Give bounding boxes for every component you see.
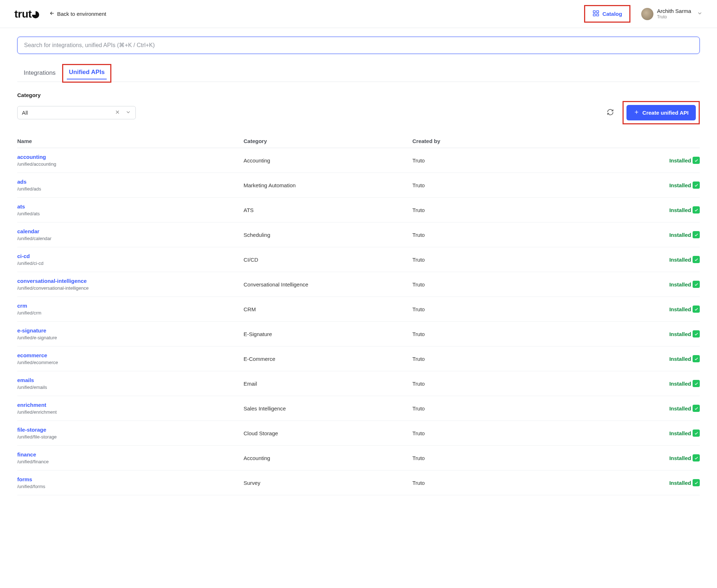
row-created-by: Truto — [412, 331, 592, 337]
status-badge: Installed — [669, 231, 700, 238]
status-badge: Installed — [669, 405, 700, 412]
refresh-button[interactable] — [607, 109, 614, 117]
row-path: /unified/calendar — [17, 236, 236, 241]
row-path: /unified/forms — [17, 484, 236, 489]
row-created-by: Truto — [412, 480, 592, 486]
back-to-environment-link[interactable]: Back to environment — [49, 10, 106, 17]
table-row: file-storage/unified/file-storageCloud S… — [17, 421, 700, 446]
row-name-link[interactable]: conversational-intelligence — [17, 278, 236, 284]
status-badge: Installed — [669, 454, 700, 461]
table-row: crm/unified/crmCRMTrutoInstalled — [17, 297, 700, 322]
row-created-by: Truto — [412, 157, 592, 164]
row-name-link[interactable]: accounting — [17, 154, 236, 160]
row-name-link[interactable]: ats — [17, 203, 236, 210]
row-category: Marketing Automation — [244, 182, 412, 188]
tab-unified-apis[interactable]: Unified APIs — [67, 67, 107, 79]
row-name-link[interactable]: e-signature — [17, 327, 236, 334]
table-row: calendar/unified/calendarSchedulingTruto… — [17, 222, 700, 247]
row-path: /unified/ecommerce — [17, 360, 236, 365]
row-category: Sales Intelligence — [244, 405, 412, 412]
user-name: Archith Sarma — [657, 8, 691, 14]
row-category: CI/CD — [244, 257, 412, 263]
row-path: /unified/emails — [17, 385, 236, 390]
back-label: Back to environment — [57, 11, 106, 17]
grid-icon — [592, 10, 600, 18]
tab-integrations[interactable]: Integrations — [17, 66, 62, 82]
row-created-by: Truto — [412, 257, 592, 263]
logo-mark — [32, 11, 39, 18]
col-header-status — [592, 138, 700, 144]
table-row: conversational-intelligence/unified/conv… — [17, 272, 700, 297]
row-name-link[interactable]: enrichment — [17, 402, 236, 408]
table-row: ads/unified/adsMarketing AutomationTruto… — [17, 173, 700, 198]
avatar — [641, 8, 653, 20]
check-icon — [693, 256, 700, 263]
row-created-by: Truto — [412, 430, 592, 436]
tabs: Integrations Unified APIs — [17, 64, 700, 82]
row-name-link[interactable]: emails — [17, 377, 236, 383]
svg-rect-2 — [593, 14, 595, 16]
table-row: ecommerce/unified/ecommerceE-CommerceTru… — [17, 346, 700, 371]
create-unified-api-button[interactable]: Create unified API — [626, 105, 696, 120]
plus-icon — [634, 109, 639, 116]
check-icon — [693, 306, 700, 313]
table-row: ci-cd/unified/ci-cdCI/CDTrutoInstalled — [17, 247, 700, 272]
status-badge: Installed — [669, 281, 700, 288]
chevron-down-icon — [697, 10, 703, 17]
row-name-link[interactable]: forms — [17, 476, 236, 482]
chevron-down-icon — [125, 109, 131, 116]
category-label: Category — [17, 92, 700, 98]
row-category: Scheduling — [244, 232, 412, 238]
check-icon — [693, 454, 700, 461]
row-name-link[interactable]: finance — [17, 451, 236, 458]
arrow-left-icon — [49, 10, 55, 17]
status-badge: Installed — [669, 256, 700, 263]
logo-text: trut — [14, 8, 32, 20]
search-input[interactable] — [24, 42, 693, 49]
user-org: Truto — [657, 14, 691, 19]
catalog-button[interactable]: Catalog — [588, 8, 626, 20]
catalog-highlight: Catalog — [584, 5, 630, 23]
row-category: ATS — [244, 207, 412, 213]
status-badge: Installed — [669, 306, 700, 313]
user-menu[interactable]: Archith Sarma Truto — [641, 8, 703, 20]
status-badge: Installed — [669, 206, 700, 213]
check-icon — [693, 405, 700, 412]
row-name-link[interactable]: ads — [17, 179, 236, 185]
category-select[interactable]: All — [17, 106, 136, 119]
catalog-label: Catalog — [602, 11, 622, 17]
row-created-by: Truto — [412, 405, 592, 412]
check-icon — [693, 157, 700, 164]
row-category: Survey — [244, 480, 412, 486]
table-row: emails/unified/emailsEmailTrutoInstalled — [17, 371, 700, 396]
check-icon — [693, 206, 700, 213]
main-content: Integrations Unified APIs Category All — [0, 28, 717, 504]
table-body: accounting/unified/accountingAccountingT… — [17, 148, 700, 495]
row-name-link[interactable]: file-storage — [17, 427, 236, 433]
table-row: ats/unified/atsATSTrutoInstalled — [17, 198, 700, 222]
row-path: /unified/crm — [17, 310, 236, 316]
row-category: Email — [244, 381, 412, 387]
create-label: Create unified API — [642, 110, 689, 116]
filter-row: All Create uni — [17, 101, 700, 124]
user-info: Archith Sarma Truto — [657, 8, 691, 19]
svg-rect-0 — [593, 11, 595, 13]
row-path: /unified/ci-cd — [17, 261, 236, 266]
logo: trut — [14, 8, 39, 20]
row-path: /unified/conversational-intelligence — [17, 285, 236, 291]
row-name-link[interactable]: ecommerce — [17, 352, 236, 358]
table-row: accounting/unified/accountingAccountingT… — [17, 148, 700, 173]
row-name-link[interactable]: calendar — [17, 228, 236, 234]
check-icon — [693, 231, 700, 238]
svg-rect-3 — [597, 14, 599, 16]
status-badge: Installed — [669, 429, 700, 437]
clear-icon[interactable] — [115, 109, 120, 116]
create-button-highlight: Create unified API — [623, 101, 700, 124]
row-created-by: Truto — [412, 182, 592, 188]
table-row: finance/unified/financeAccountingTrutoIn… — [17, 446, 700, 470]
search-container — [17, 37, 700, 54]
status-badge: Installed — [669, 330, 700, 337]
check-icon — [693, 429, 700, 437]
row-name-link[interactable]: ci-cd — [17, 253, 236, 259]
row-name-link[interactable]: crm — [17, 303, 236, 309]
